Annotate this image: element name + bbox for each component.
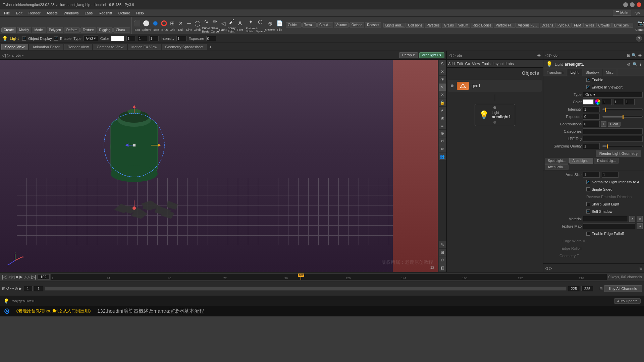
timeline-prev-key[interactable]: ◁◁ [8,275,14,279]
lpe-input[interactable] [583,136,643,142]
render-geo-btn[interactable]: Render Light Geometry [596,150,641,157]
menu-labs[interactable]: Labs [82,10,95,16]
contributions-input[interactable] [583,121,600,127]
tab-rigging[interactable]: Rigging [97,27,113,33]
tab-texture[interactable]: Texture [80,27,96,33]
right-tools[interactable]: ⊞ [627,53,630,58]
tool-circle[interactable]: ◯Circle [194,17,202,34]
color-r[interactable] [126,36,136,41]
vp-edit[interactable]: ✎ [439,241,446,248]
maximize-button[interactable] [630,2,635,7]
type-dropdown[interactable]: Grid ▾ [84,36,98,41]
scene-breadcrumb[interactable]: obj [457,53,462,57]
btn-go[interactable]: Go [465,62,470,66]
single-sided-chk[interactable] [586,187,590,191]
tl-snap[interactable]: ⊞ [2,286,5,291]
btn-grains[interactable]: Grains [442,23,455,28]
categories-input[interactable] [583,128,643,134]
menu-edit[interactable]: Edit [13,10,25,16]
menu-windows[interactable]: Windows [61,10,82,16]
vp-eye[interactable]: 👁 [439,76,446,83]
vp-layers[interactable]: ◧ [439,264,446,272]
sampling-input[interactable] [583,143,600,149]
color-r-val[interactable] [602,99,612,105]
material-input[interactable] [583,216,628,222]
area-size-w[interactable] [583,172,600,178]
tab-polygon[interactable]: Polygon [47,27,63,33]
tab-chara[interactable]: Chara... [113,27,130,33]
light-search-btn[interactable]: 🔍 [633,62,638,67]
color-swatch-display[interactable] [111,36,124,41]
exposure-prop-input[interactable] [583,114,600,120]
timeline-scroll[interactable] [45,287,567,291]
tab-geometry[interactable]: Geometry Spreadsheet [162,44,207,50]
tool-path[interactable]: ◁Path ; [219,17,227,34]
tab-composite[interactable]: Composite View [93,44,127,50]
vp-cursor[interactable]: ↖ [439,83,446,91]
color-g-val[interactable] [613,99,623,105]
menu-redshift[interactable]: Redshift [96,10,115,16]
btn-layout[interactable]: Layout [493,62,504,66]
tab-octane[interactable]: Octane [350,22,364,27]
btn-oceans[interactable]: Oceans [540,23,555,28]
viewport[interactable]: X Z Y 12 版权所属：老鹿原创教程 S ✕ 👁 ↖ ✕ 🔒 ★ ◉ ≡ [0,60,446,272]
frame-current-input[interactable] [34,286,43,291]
right-back[interactable]: ◁ [545,53,548,57]
timeline-play[interactable]: ▶ [19,275,22,279]
color-circle[interactable] [595,99,600,105]
contributions-add-btn[interactable]: + [601,121,606,127]
timeline-end[interactable]: ▷| [31,274,36,280]
tab-misc[interactable]: Misc [602,69,617,76]
right-search[interactable]: 🔍 [632,53,637,58]
texture-btn1[interactable]: ↗ [637,223,643,229]
btn-drive-sims[interactable]: Drive Sim... [612,23,634,28]
menu-assets[interactable]: Assets [44,10,60,16]
tab-modify[interactable]: Modify [17,27,31,33]
frame-end-input1[interactable] [568,286,580,291]
tab-cloud[interactable]: Cloud... [317,22,333,27]
scene-forward[interactable]: ▷ [453,53,455,57]
enable-viewport-chk[interactable] [586,85,590,89]
minimize-button[interactable] [623,2,628,7]
btn-wires[interactable]: Wires [583,23,596,28]
tool-grid[interactable]: ⊞Grid [168,17,176,34]
btn-viscous[interactable]: Viscous FL... [516,23,539,28]
btn-fem[interactable]: FEM [572,23,583,28]
tab-transform[interactable]: Transform [543,69,567,76]
vp-settings[interactable]: ⚙ [439,256,446,264]
vp-x[interactable]: ✕ [439,68,446,75]
normalize-chk[interactable] [586,180,590,184]
btn-particles[interactable]: Particles [425,23,441,28]
tool-camera[interactable]: 📷Camera [635,17,644,34]
tool-null[interactable]: ✕Null [177,17,185,34]
type-prop-dropdown[interactable]: Grid ▾ [583,92,643,98]
tab-model[interactable]: Model [32,27,46,33]
clear-btn[interactable]: Clear [608,122,621,127]
vp-circle[interactable]: ◉ [439,114,446,122]
btn-pyrofx[interactable]: Pyro FX [555,23,572,28]
btn-add[interactable]: Add [448,62,455,66]
tool-platonic[interactable]: ✦Platonic Solids [246,17,256,34]
timeline-stop[interactable]: ■ [16,275,18,279]
btn-edit[interactable]: Edit [457,62,463,66]
intensity-input[interactable] [176,36,186,41]
right-bottom-back[interactable]: ◁ [545,266,548,270]
timeline-next-key[interactable]: ▷▷ [24,275,30,279]
tool-metaball[interactable]: ⊕Metaball [265,17,275,34]
color-b-val[interactable] [625,99,635,105]
right-breadcrumb[interactable]: obj [553,53,558,57]
btn-labs[interactable]: Labs [506,62,514,66]
subtab-area[interactable]: Area Light... [569,158,593,164]
vp-lock[interactable]: 🔒 [439,99,446,106]
tab-scene-view[interactable]: Scene View [1,44,28,50]
help-btn[interactable]: ? [636,36,642,42]
breadcrumb-obj[interactable]: obj [16,53,21,57]
light-settings-btn[interactable]: ⚙ [627,62,631,67]
vp-grid[interactable]: ⊞ [439,249,446,256]
btn-collisions[interactable]: Collisions [406,23,424,28]
current-frame-input[interactable] [38,274,50,280]
btn-view[interactable]: View [472,62,480,66]
obj-display-checkbox[interactable] [22,37,26,41]
menu-render[interactable]: Render [26,10,43,16]
light-select-btn[interactable]: arealight1 ▾ [419,52,444,58]
